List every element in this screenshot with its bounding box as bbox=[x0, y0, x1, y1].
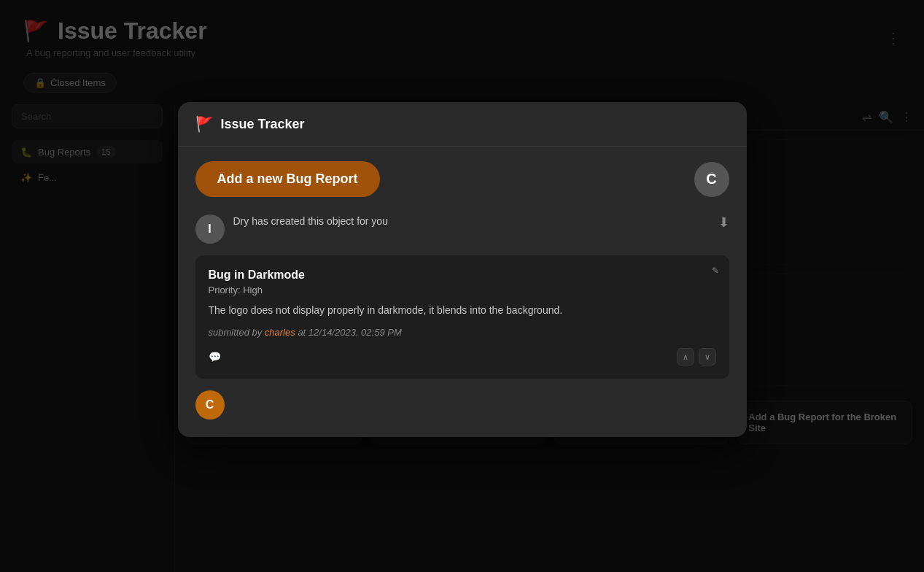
modal-user-avatar: C bbox=[694, 162, 729, 197]
bug-card-author: charles bbox=[265, 327, 295, 338]
download-icon[interactable]: ⬇ bbox=[718, 214, 729, 231]
bug-card-vote-up[interactable]: ∧ bbox=[677, 348, 694, 366]
second-message-avatar: C bbox=[195, 390, 225, 420]
message-text: Dry has created this object for you bbox=[233, 215, 388, 227]
add-bug-report-button[interactable]: Add a new Bug Report bbox=[195, 161, 380, 197]
bug-card-vote-down[interactable]: ∨ bbox=[699, 348, 716, 366]
modal-header-title: Issue Tracker bbox=[221, 117, 305, 132]
bug-card-comment-icon[interactable]: 💬 bbox=[209, 351, 221, 363]
bug-card-edit-icon[interactable]: ✎ bbox=[712, 266, 719, 276]
message-avatar: I bbox=[195, 214, 225, 244]
bug-card-title: Bug in Darkmode bbox=[209, 268, 716, 282]
bug-card-actions: 💬 ∧ ∨ bbox=[209, 348, 716, 366]
bug-card-priority: Priority: High bbox=[209, 285, 716, 295]
message-row: I Dry has created this object for you ⬇ bbox=[195, 214, 729, 244]
bug-card: ✎ Bug in Darkmode Priority: High The log… bbox=[195, 255, 729, 379]
message-content: Dry has created this object for you bbox=[233, 214, 710, 228]
bug-card-desc: The logo does not display properly in da… bbox=[209, 303, 716, 318]
bug-card-submitted: submitted by charles at 12/14/2023, 02:5… bbox=[209, 327, 716, 338]
second-message-row: C bbox=[195, 390, 729, 422]
modal-flag-icon: 🚩 bbox=[195, 115, 214, 133]
modal: 🚩 Issue Tracker Add a new Bug Report C I… bbox=[178, 102, 747, 437]
modal-top-bar: Add a new Bug Report C bbox=[195, 161, 729, 197]
bug-card-submitted-at: at 12/14/2023, 02:59 PM bbox=[298, 327, 401, 338]
modal-header: 🚩 Issue Tracker bbox=[178, 102, 747, 147]
bug-card-vote-buttons: ∧ ∨ bbox=[677, 348, 716, 366]
modal-body: Add a new Bug Report C I Dry has created… bbox=[178, 147, 747, 437]
